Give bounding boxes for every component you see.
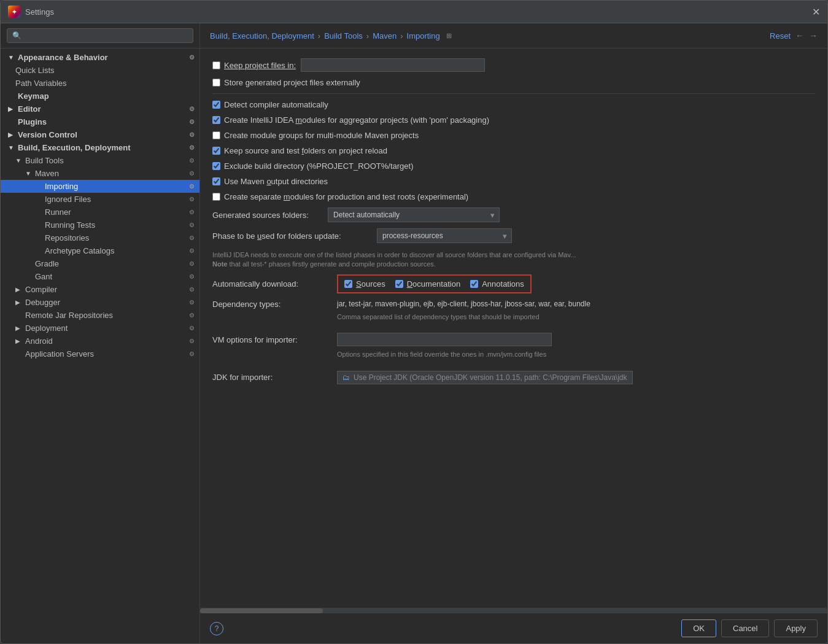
store-generated-label[interactable]: Store generated project files externally [212, 78, 360, 87]
sidebar-item-archetype-catalogs[interactable]: Archetype Catalogs ⚙ [1, 244, 199, 257]
phase-row: Phase to be used for folders update: pro… [212, 228, 815, 243]
scrollbar-area [200, 608, 827, 613]
sidebar-item-repositories[interactable]: Repositories ⚙ [1, 231, 199, 244]
sidebar-item-keymap[interactable]: Keymap [1, 90, 199, 103]
use-maven-output-label[interactable]: Use Maven output directories [212, 177, 328, 186]
create-module-groups-label[interactable]: Create module groups for multi-module Ma… [212, 131, 419, 140]
scrollbar-thumb[interactable] [200, 608, 323, 613]
nav-back-button[interactable]: ← [795, 31, 804, 41]
scrollbar-track [200, 608, 827, 613]
sidebar-item-runner[interactable]: Runner ⚙ [1, 206, 199, 219]
gear-icon: ⚙ [189, 196, 195, 203]
keep-project-files-input[interactable] [301, 58, 485, 72]
sidebar-item-version-control[interactable]: ▶ Version Control ⚙ [1, 128, 199, 141]
keep-source-label[interactable]: Keep source and test folders on project … [212, 146, 387, 155]
sidebar-item-build-exec[interactable]: ▼ Build, Execution, Deployment ⚙ [1, 141, 199, 154]
arrow-icon: ▶ [15, 325, 23, 332]
search-input[interactable] [7, 28, 193, 43]
sidebar: ▼ Appearance & Behavior ⚙ Quick Lists Pa… [1, 23, 200, 643]
sidebar-item-appearance[interactable]: ▼ Appearance & Behavior ⚙ [1, 51, 199, 64]
annotations-checkbox[interactable] [470, 280, 478, 288]
settings-window: ✦ Settings ✕ ▼ Appearance & Behavior ⚙ Q… [0, 0, 828, 644]
breadcrumb-sep1: › [318, 31, 320, 41]
detect-compiler-label[interactable]: Detect compiler automatically [212, 100, 328, 109]
gear-icon: ⚙ [189, 209, 195, 215]
arrow-icon: ▶ [8, 106, 15, 112]
sidebar-item-importing[interactable]: Importing ⚙ [1, 180, 199, 193]
help-button[interactable]: ? [210, 622, 223, 635]
sources-checkbox[interactable] [344, 280, 352, 288]
create-module-groups-row: Create module groups for multi-module Ma… [212, 131, 815, 140]
keep-source-checkbox[interactable] [212, 147, 220, 155]
sidebar-item-maven[interactable]: ▼ Maven ⚙ [1, 167, 199, 180]
exclude-build-row: Exclude build directory (%PROJECT_ROOT%/… [212, 161, 815, 171]
gear-icon: ⚙ [189, 312, 195, 319]
sidebar-item-gradle[interactable]: Gradle ⚙ [1, 257, 199, 270]
sidebar-tree: ▼ Appearance & Behavior ⚙ Quick Lists Pa… [1, 48, 199, 643]
arrow-icon: ▶ [15, 299, 23, 306]
phase-select[interactable]: process-resources [377, 228, 512, 243]
close-button[interactable]: ✕ [812, 6, 820, 18]
phase-select-wrapper: process-resources [377, 228, 512, 243]
nav-forward-button[interactable]: → [809, 31, 818, 41]
create-intellij-label[interactable]: Create IntelliJ IDEA modules for aggrega… [212, 115, 489, 125]
sidebar-item-build-tools[interactable]: ▼ Build Tools ⚙ [1, 154, 199, 167]
sources-label[interactable]: Sources [344, 279, 385, 289]
gear-icon: ⚙ [189, 157, 195, 164]
create-intellij-checkbox[interactable] [212, 116, 220, 124]
arrow-icon: ▶ [8, 131, 15, 138]
sidebar-item-app-servers[interactable]: Application Servers ⚙ [1, 347, 199, 360]
jdk-selector[interactable]: 🗂 Use Project JDK (Oracle OpenJDK versio… [337, 371, 633, 384]
exclude-build-checkbox[interactable] [212, 162, 220, 170]
gear-icon: ⚙ [189, 54, 195, 61]
main-content: ▼ Appearance & Behavior ⚙ Quick Lists Pa… [1, 23, 827, 643]
documentation-checkbox[interactable] [395, 280, 403, 288]
create-separate-checkbox[interactable] [212, 193, 220, 201]
sidebar-item-quick-lists[interactable]: Quick Lists [1, 64, 199, 77]
breadcrumb-part3[interactable]: Maven [373, 31, 397, 41]
sidebar-item-compiler[interactable]: ▶ Compiler ⚙ [1, 283, 199, 296]
gear-icon: ⚙ [189, 260, 195, 267]
detect-compiler-checkbox[interactable] [212, 101, 220, 109]
gear-icon: ⚙ [189, 235, 195, 241]
cancel-button[interactable]: Cancel [721, 619, 769, 637]
gear-icon: ⚙ [189, 325, 195, 332]
sidebar-item-plugins[interactable]: Plugins ⚙ [1, 115, 199, 128]
breadcrumb-icon: ⊞ [446, 32, 452, 40]
annotations-label[interactable]: Annotations [470, 279, 524, 289]
breadcrumb-part1[interactable]: Build, Execution, Deployment [210, 31, 314, 41]
breadcrumb-part2[interactable]: Build Tools [324, 31, 363, 41]
keep-project-files-label[interactable]: Keep project files in: [212, 61, 296, 70]
dep-types-label: Dependency types: [212, 300, 332, 309]
sidebar-item-path-variables[interactable]: Path Variables [1, 77, 199, 90]
gen-sources-select[interactable]: Detect automatically [328, 208, 500, 222]
dep-types-row: Dependency types: jar, test-jar, maven-p… [212, 300, 815, 327]
breadcrumb-sep3: › [400, 31, 403, 41]
reset-button[interactable]: Reset [770, 31, 791, 41]
sidebar-item-remote-jar[interactable]: Remote Jar Repositories ⚙ [1, 309, 199, 322]
apply-button[interactable]: Apply [774, 619, 818, 637]
vm-options-input[interactable] [337, 333, 552, 346]
sidebar-item-deployment[interactable]: ▶ Deployment ⚙ [1, 322, 199, 335]
documentation-label[interactable]: Documentation [395, 279, 460, 289]
auto-download-label: Automatically download: [212, 279, 332, 289]
gear-icon: ⚙ [189, 222, 195, 228]
arrow-icon: ▶ [15, 286, 23, 293]
phase-label: Phase to be used for folders update: [212, 231, 372, 241]
create-module-groups-checkbox[interactable] [212, 131, 220, 139]
sidebar-item-running-tests[interactable]: Running Tests ⚙ [1, 219, 199, 231]
gear-icon: ⚙ [189, 144, 195, 151]
store-generated-checkbox[interactable] [212, 79, 220, 87]
exclude-build-label[interactable]: Exclude build directory (%PROJECT_ROOT%/… [212, 161, 413, 171]
keep-project-files-checkbox[interactable] [212, 61, 220, 69]
sidebar-item-android[interactable]: ▶ Android ⚙ [1, 335, 199, 347]
sidebar-item-gant[interactable]: Gant ⚙ [1, 270, 199, 283]
sidebar-item-debugger[interactable]: ▶ Debugger ⚙ [1, 296, 199, 309]
use-maven-output-checkbox[interactable] [212, 177, 220, 185]
search-box [1, 23, 199, 48]
sidebar-item-editor[interactable]: ▶ Editor ⚙ [1, 103, 199, 115]
create-separate-label[interactable]: Create separate modules for production a… [212, 192, 468, 201]
sidebar-item-ignored-files[interactable]: Ignored Files ⚙ [1, 193, 199, 206]
gear-icon: ⚙ [189, 170, 195, 177]
ok-button[interactable]: OK [681, 619, 716, 637]
